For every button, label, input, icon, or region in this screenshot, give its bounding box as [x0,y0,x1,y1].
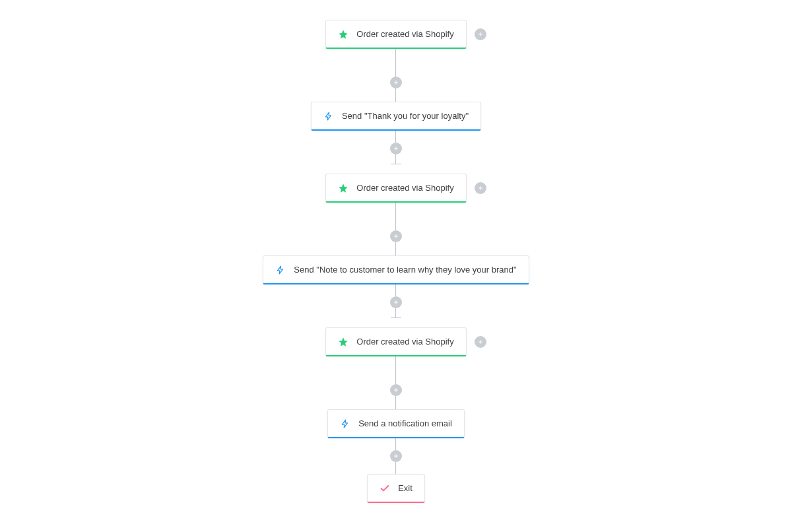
add-step-button[interactable] [390,143,402,154]
node-row: Send "Note to customer to learn why they… [263,255,529,284]
connector-line [395,462,396,474]
end-cap [391,164,401,164]
node-label: Order created via Shopify [356,183,453,193]
workflow-diagram: Order created via Shopify Send "Thank yo… [263,20,529,503]
connector [390,49,402,102]
connector [390,131,402,174]
node-row: Order created via Shopify [325,174,466,203]
star-icon [338,183,348,193]
star-icon [338,29,348,40]
node-label: Exit [398,483,412,493]
add-branch-button[interactable] [475,28,486,40]
node-label: Send "Note to customer to learn why they… [294,265,516,275]
connector-line [395,154,396,164]
node-row: Send a notification email [327,409,465,438]
add-step-button[interactable] [390,450,402,462]
connector-line [395,203,396,230]
connector-line [395,131,396,143]
action-node[interactable]: Send a notification email [327,409,465,438]
connector-line [395,284,396,296]
lightning-icon [275,265,286,275]
trigger-node[interactable]: Order created via Shopify [325,20,466,49]
star-icon [338,337,348,347]
connector-line [395,438,396,450]
trigger-node[interactable]: Order created via Shopify [325,174,466,203]
connector-line [395,356,396,384]
connector-line [395,308,396,317]
lightning-icon [323,111,334,121]
node-row: Exit [367,474,425,503]
add-step-button[interactable] [390,296,402,308]
end-cap [391,317,401,318]
connector [390,438,402,474]
checkmark-icon [380,483,390,494]
node-label: Send a notification email [358,418,452,428]
add-branch-button[interactable] [475,336,486,348]
lightning-icon [340,418,350,429]
node-row: Order created via Shopify [325,327,466,356]
node-label: Order created via Shopify [356,337,453,347]
connector [390,203,402,255]
node-label: Order created via Shopify [356,29,453,39]
connector-line [395,242,396,255]
action-node[interactable]: Send "Thank you for your loyalty" [311,102,481,131]
add-step-button[interactable] [390,384,402,396]
add-step-button[interactable] [390,230,402,242]
connector-line [395,396,396,409]
exit-node[interactable]: Exit [367,474,425,503]
add-step-button[interactable] [390,77,402,88]
node-label: Send "Thank you for your loyalty" [342,111,469,121]
node-row: Order created via Shopify [325,20,466,49]
node-row: Send "Thank you for your loyalty" [311,102,481,131]
action-node[interactable]: Send "Note to customer to learn why they… [263,255,529,284]
connector [390,356,402,409]
connector-line [395,88,396,102]
connector [390,284,402,327]
add-branch-button[interactable] [475,182,486,194]
trigger-node[interactable]: Order created via Shopify [325,327,466,356]
connector-line [395,49,396,77]
